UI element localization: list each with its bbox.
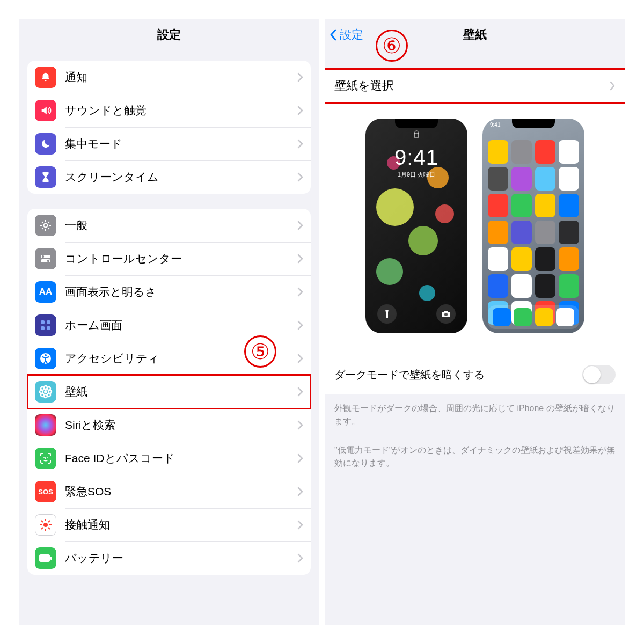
select-wallpaper-row[interactable]: 壁紙を選択: [325, 69, 625, 103]
chevron-right-icon: [297, 172, 303, 182]
wallpaper-title: 壁紙: [463, 27, 487, 43]
settings-row-accessibility[interactable]: アクセシビリティ: [27, 342, 311, 375]
siri-icon: [35, 414, 56, 436]
row-label: 画面表示と明るさ: [65, 284, 297, 299]
chevron-right-icon: [297, 106, 303, 115]
settings-row-switches[interactable]: コントロールセンター: [27, 242, 311, 275]
settings-row-siri[interactable]: Siriと検索: [27, 408, 311, 442]
chevron-right-icon: [297, 320, 303, 330]
home-screen-preview[interactable]: 9:41: [482, 119, 584, 333]
svg-rect-6: [47, 320, 50, 324]
svg-point-20: [43, 457, 45, 458]
wallpaper-header: 設定 壁紙: [325, 19, 625, 51]
back-label: 設定: [340, 27, 363, 43]
speaker-icon: [35, 100, 56, 121]
settings-row-moon[interactable]: 集中モード: [27, 127, 311, 160]
svg-point-4: [47, 260, 49, 262]
chevron-right-icon: [297, 420, 303, 430]
chevron-right-icon: [609, 81, 616, 91]
svg-rect-31: [39, 554, 50, 562]
settings-group: 一般コントロールセンターAA画面表示と明るさホーム画面アクセシビリティ壁紙Sir…: [27, 209, 311, 575]
home-time: 9:41: [490, 122, 500, 128]
settings-row-hourglass[interactable]: スクリーンタイム: [27, 160, 311, 194]
settings-pane: 設定 通知サウンドと触覚集中モードスクリーンタイム一般コントロールセンターAA画…: [19, 19, 319, 625]
wallpaper-previews: 9:41 1月9日 火曜日 9:41: [325, 103, 625, 355]
sos-icon: SOS: [35, 481, 56, 502]
battery-icon: [35, 547, 56, 569]
wallpaper-pane: 設定 壁紙 ⑥ 壁紙を選択 9:41: [325, 19, 625, 625]
lock-screen-preview[interactable]: 9:41 1月9日 火曜日: [365, 119, 467, 333]
svg-point-2: [42, 255, 44, 258]
svg-point-11: [44, 390, 47, 393]
row-label: 通知: [65, 70, 297, 85]
app-grid: [488, 140, 579, 301]
svg-point-10: [45, 354, 47, 356]
svg-point-17: [47, 387, 50, 390]
svg-point-18: [41, 393, 44, 397]
lock-time: 9:41: [365, 145, 467, 170]
dark-mode-toggle[interactable]: [582, 365, 616, 384]
svg-rect-8: [47, 326, 50, 330]
row-label: 集中モード: [65, 136, 297, 151]
dock: [488, 305, 579, 329]
chevron-right-icon: [297, 254, 303, 264]
hourglass-icon: [35, 166, 56, 188]
svg-line-30: [48, 521, 50, 522]
chevron-right-icon: [297, 453, 303, 463]
row-label: Siriと検索: [65, 418, 297, 433]
svg-point-19: [47, 393, 50, 397]
settings-title: 設定: [157, 27, 181, 43]
chevron-right-icon: [297, 354, 303, 363]
dark-mode-toggle-label: ダークモードで壁紙を暗くする: [334, 368, 485, 382]
row-label: 壁紙: [65, 384, 297, 399]
grid-icon: [35, 314, 56, 336]
chevron-right-icon: [297, 387, 303, 397]
svg-point-34: [444, 313, 448, 316]
dark-mode-note: 外観モードがダークの場合、周囲の光に応じて iPhone の壁紙が暗くなります。: [325, 394, 625, 444]
gear-icon: [35, 215, 56, 236]
back-button[interactable]: 設定: [329, 19, 363, 51]
svg-point-0: [44, 224, 48, 228]
row-label: Face IDとパスコード: [65, 451, 297, 466]
settings-row-faceid[interactable]: Face IDとパスコード: [27, 442, 311, 475]
chevron-right-icon: [297, 487, 303, 496]
select-wallpaper-label: 壁紙を選択: [334, 78, 394, 94]
svg-line-29: [41, 528, 43, 529]
lock-icon: [413, 130, 420, 140]
chevron-right-icon: [297, 221, 303, 230]
settings-row-flower[interactable]: 壁紙: [27, 375, 311, 408]
bell-icon: [35, 67, 56, 88]
row-label: 緊急SOS: [65, 484, 297, 499]
svg-line-27: [41, 521, 43, 522]
settings-row-text-size[interactable]: AA画面表示と明るさ: [27, 275, 311, 309]
svg-point-22: [43, 523, 48, 527]
settings-header: 設定: [19, 19, 319, 51]
row-label: サウンドと触覚: [65, 103, 297, 118]
exposure-icon: [35, 514, 56, 536]
accessibility-icon: [35, 348, 56, 369]
svg-rect-5: [41, 320, 45, 324]
text-size-icon: AA: [35, 281, 56, 303]
flower-icon: [35, 381, 56, 402]
svg-point-16: [41, 387, 44, 390]
settings-row-gear[interactable]: 一般: [27, 209, 311, 242]
settings-row-grid[interactable]: ホーム画面: [27, 309, 311, 342]
settings-row-exposure[interactable]: 接触通知: [27, 508, 311, 541]
chevron-right-icon: [297, 139, 303, 149]
settings-row-battery[interactable]: バッテリー: [27, 541, 311, 575]
svg-line-28: [48, 528, 50, 529]
row-label: バッテリー: [65, 551, 297, 566]
camera-icon: [436, 304, 456, 324]
row-label: コントロールセンター: [65, 251, 297, 266]
settings-row-sos[interactable]: SOS緊急SOS: [27, 475, 311, 508]
settings-row-speaker[interactable]: サウンドと触覚: [27, 94, 311, 127]
chevron-left-icon: [329, 28, 338, 41]
lock-date: 1月9日 火曜日: [365, 171, 467, 179]
chevron-right-icon: [297, 72, 303, 82]
row-label: スクリーンタイム: [65, 170, 297, 185]
settings-row-bell[interactable]: 通知: [27, 61, 311, 94]
svg-rect-35: [444, 311, 448, 312]
svg-point-21: [47, 457, 48, 458]
dark-mode-toggle-row: ダークモードで壁紙を暗くする: [325, 355, 625, 394]
chevron-right-icon: [297, 520, 303, 530]
